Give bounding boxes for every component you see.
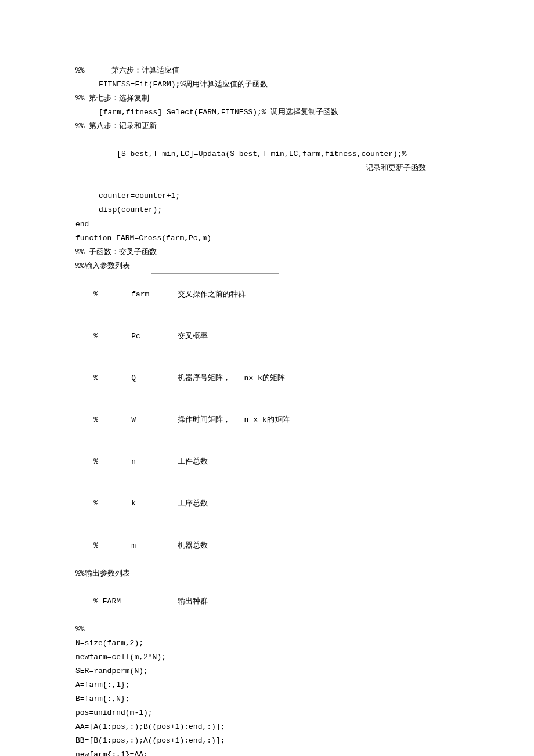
percent: % (93, 413, 131, 427)
percent: % (93, 455, 131, 469)
param-name: W (131, 413, 178, 427)
percent: % (93, 330, 131, 343)
code-line: function FARM=Cross(farm,Pc,m) (75, 231, 464, 245)
code-line: %% 第八步：记录和更新 (75, 120, 464, 133)
code-line: [S_best,T_min,LC]=Updata(S_best,T_min,LC… (75, 133, 464, 189)
code-line: %%输入参数列表 (75, 259, 464, 273)
param-row: %m机器总数 (75, 525, 464, 567)
param-row: %n工件总数 (75, 441, 464, 483)
param-desc: 工序总数 (178, 497, 208, 511)
percent: % (93, 539, 131, 553)
param-name: k (131, 497, 178, 511)
code-text: [S_best,T_min,LC]=Updata(S_best,T_min,LC… (117, 150, 406, 158)
param-row: %Pc交叉概率 (75, 316, 464, 357)
percent: % (93, 371, 131, 385)
param-name: m (131, 539, 178, 553)
param-row: %Q机器序号矩阵， nx k的矩阵 (75, 357, 464, 399)
percent: % (93, 497, 131, 511)
code-line: %% 子函数：交叉子函数 (75, 245, 464, 259)
param-name: Pc (131, 330, 178, 343)
code-line: [farm,fitness]=Select(FARM,FITNESS);% 调用… (75, 106, 464, 120)
document-page: %% 第六步：计算适应值 FITNESS=Fit(FARM);%调用计算适应值的… (0, 0, 534, 756)
param-desc: 输出种群 (178, 595, 208, 609)
code-line: FITNESS=Fit(FARM);%调用计算适应值的子函数 (75, 78, 464, 92)
param-desc: 操作时间矩阵， n x k的矩阵 (178, 413, 289, 427)
code-line: B=farm{:,N}; (75, 692, 464, 706)
param-desc: 工件总数 (178, 455, 208, 469)
param-name: farm (131, 288, 178, 302)
code-line: %%输出参数列表 (75, 567, 464, 581)
percent: % (93, 288, 131, 302)
param-desc: 机器总数 (178, 539, 208, 553)
code-line: %% 第六步：计算适应值 (75, 64, 464, 78)
code-line: %% 第七步：选择复制 (75, 92, 464, 106)
param-desc: 交叉概率 (178, 330, 208, 343)
code-line: SER=randperm(N); (75, 664, 464, 678)
code-line: N=size(farm,2); (75, 636, 464, 650)
inline-comment: 记录和更新子函数 (366, 161, 426, 175)
code-line: %% (75, 623, 464, 636)
param-row: % FARM输出种群 (75, 581, 464, 623)
code-line: A=farm{:,1}; (75, 678, 464, 692)
param-row: %W操作时间矩阵， n x k的矩阵 (75, 399, 464, 441)
param-desc: 交叉操作之前的种群 (178, 288, 246, 302)
param-name: % FARM (93, 595, 178, 609)
code-line: counter=counter+1; (75, 189, 464, 203)
param-name: Q (131, 371, 178, 385)
code-line: end (75, 218, 464, 231)
code-line: pos=unidrnd(m-1); (75, 706, 464, 720)
param-row: %k工序总数 (75, 483, 464, 525)
code-line: BB=[B(1:pos,:);A((pos+1):end,:)]; (75, 734, 464, 748)
param-name: n (131, 455, 178, 469)
code-line: newfarm=cell(m,2*N); (75, 650, 464, 664)
code-line: AA=[A(1:pos,:);B((pos+1):end,:)]; (75, 720, 464, 734)
code-line: disp(counter); (75, 203, 464, 217)
code-line: newfarm{:,1}=AA; (75, 748, 464, 756)
param-row: %farm交叉操作之前的种群 (75, 274, 464, 316)
param-desc: 机器序号矩阵， nx k的矩阵 (178, 371, 285, 385)
